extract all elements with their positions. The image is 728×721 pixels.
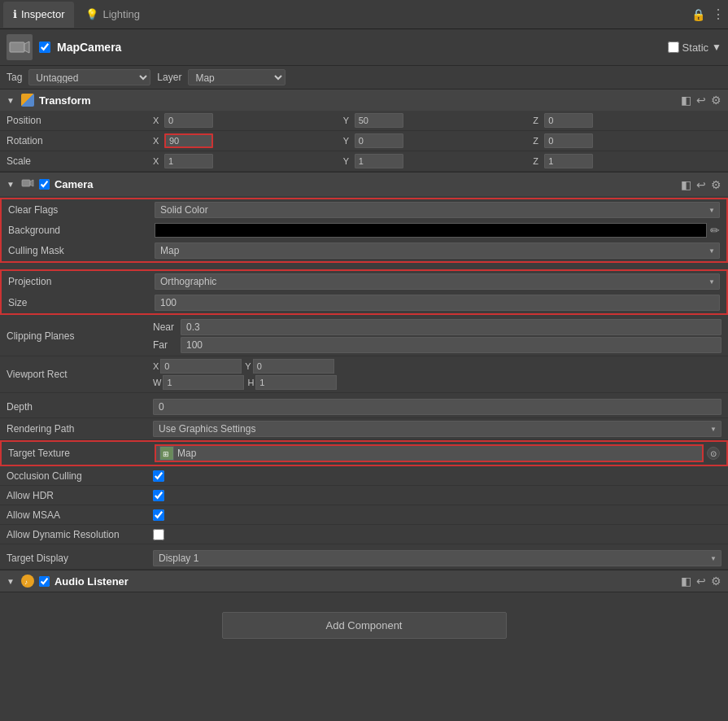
- position-z-item: Z: [533, 113, 721, 128]
- viewport-rect-values: X Y W H: [153, 359, 721, 390]
- camera-header[interactable]: ▼ Camera ◧ ↩ ⚙: [0, 173, 728, 196]
- near-input[interactable]: [181, 319, 721, 335]
- rotation-field: X Y Z: [153, 133, 721, 148]
- position-z-input[interactable]: [544, 113, 593, 128]
- audio-listener-header[interactable]: ▼ ♪ Audio Listener ◧ ↩ ⚙: [0, 570, 728, 592]
- add-component-button[interactable]: Add Component: [222, 612, 507, 639]
- rotation-x-input[interactable]: [164, 133, 213, 148]
- audio-listener-revert-icon[interactable]: ↩: [696, 575, 706, 588]
- rotation-z-input[interactable]: [544, 133, 593, 148]
- depth-row: Depth: [0, 396, 728, 418]
- svg-text:⊞: ⊞: [163, 450, 169, 458]
- camera-active-checkbox[interactable]: [39, 179, 50, 190]
- background-row: Background ✏: [0, 221, 728, 240]
- scale-field: X Y Z: [153, 154, 721, 168]
- camera-title: Camera: [54, 178, 676, 190]
- vp-x-input[interactable]: [160, 359, 242, 374]
- position-y-input[interactable]: [355, 113, 403, 128]
- occlusion-culling-checkbox[interactable]: [153, 470, 164, 482]
- far-input[interactable]: [181, 337, 721, 353]
- vp-w-input[interactable]: [163, 375, 244, 390]
- target-texture-label: Target Texture: [8, 448, 155, 459]
- depth-label: Depth: [7, 401, 153, 413]
- scale-row: Scale X Y Z: [0, 151, 728, 172]
- transform-revert-icon[interactable]: ↩: [696, 94, 706, 107]
- background-color-swatch[interactable]: [155, 223, 707, 238]
- menu-icon[interactable]: ⋮: [712, 7, 725, 22]
- static-checkbox[interactable]: [668, 42, 679, 53]
- scale-z-input[interactable]: [544, 154, 593, 168]
- transform-prefab-icon[interactable]: ◧: [681, 94, 691, 107]
- scale-y-item: Y: [343, 154, 532, 168]
- tab-inspector[interactable]: ℹ Inspector: [3, 2, 74, 28]
- rotation-y-input[interactable]: [355, 133, 403, 148]
- allow-msaa-checkbox[interactable]: [153, 509, 164, 521]
- audio-listener-menu-icon[interactable]: ⚙: [711, 575, 721, 588]
- camera-menu-icon[interactable]: ⚙: [711, 178, 721, 191]
- rendering-path-dropdown-wrapper: Use Graphics Settings: [153, 421, 721, 437]
- position-x-label: X: [153, 116, 163, 125]
- static-dropdown-arrow[interactable]: ▼: [712, 42, 721, 53]
- culling-mask-select[interactable]: Map: [155, 243, 720, 259]
- scale-x-label: X: [153, 156, 163, 166]
- color-picker-icon[interactable]: ✏: [710, 224, 720, 237]
- transform-icon: [21, 94, 34, 107]
- layer-select[interactable]: Map: [188, 69, 286, 85]
- audio-listener-prefab-icon[interactable]: ◧: [681, 575, 691, 588]
- position-field: X Y Z: [153, 113, 721, 128]
- projection-row: Projection Orthographic: [0, 269, 728, 292]
- vp-x-item: X: [153, 359, 242, 374]
- target-texture-input[interactable]: ⊞ Map: [155, 444, 704, 462]
- audio-listener-title: Audio Listener: [54, 575, 676, 588]
- texture-name-text: Map: [177, 448, 196, 459]
- far-label: Far: [153, 339, 177, 351]
- scale-x-input[interactable]: [164, 154, 213, 168]
- clear-flags-row: Clear Flags Solid Color: [0, 198, 728, 221]
- vp-h-input[interactable]: [255, 375, 337, 390]
- lock-icon[interactable]: 🔒: [691, 8, 705, 21]
- tab-lighting[interactable]: 💡 Lighting: [76, 2, 150, 28]
- tag-layer-row: Tag Untagged Layer Map: [0, 66, 728, 90]
- vp-y-input[interactable]: [253, 359, 334, 374]
- scale-z-label: Z: [533, 156, 543, 166]
- transform-header[interactable]: ▼ Transform ◧ ↩ ⚙: [0, 90, 728, 111]
- audio-listener-collapse-arrow: ▼: [7, 577, 15, 586]
- clipping-far-row: Far: [153, 337, 721, 353]
- static-area: Static ▼: [668, 42, 721, 54]
- position-x-input[interactable]: [164, 113, 213, 128]
- tag-select[interactable]: Untagged: [28, 69, 150, 85]
- allow-hdr-checkbox[interactable]: [153, 490, 164, 501]
- svg-marker-3: [30, 180, 33, 186]
- depth-input[interactable]: [153, 399, 721, 415]
- vp-w-label: W: [153, 378, 161, 387]
- transform-menu-icon[interactable]: ⚙: [711, 94, 721, 107]
- projection-select[interactable]: Orthographic: [155, 273, 720, 290]
- allow-dynamic-resolution-label: Allow Dynamic Resolution: [7, 529, 153, 540]
- vp-w-item: W: [153, 375, 244, 390]
- rendering-path-select[interactable]: Use Graphics Settings: [153, 421, 721, 437]
- texture-thumbnail-icon: ⊞: [159, 446, 174, 461]
- transform-tools: ◧ ↩ ⚙: [681, 94, 721, 107]
- occlusion-culling-label: Occlusion Culling: [7, 470, 153, 482]
- target-texture-select-btn[interactable]: ⊙: [707, 447, 720, 460]
- allow-dynamic-resolution-row: Allow Dynamic Resolution: [0, 525, 728, 544]
- background-color-area: ✏: [155, 223, 720, 238]
- main-content: MapCamera Static ▼ Tag Untagged Layer Ma…: [0, 29, 728, 721]
- object-active-checkbox[interactable]: [39, 42, 50, 53]
- audio-listener-component: ▼ ♪ Audio Listener ◧ ↩ ⚙: [0, 570, 728, 592]
- allow-dynamic-resolution-checkbox[interactable]: [153, 529, 164, 540]
- position-y-item: Y: [343, 113, 532, 128]
- object-name: MapCamera: [57, 41, 661, 54]
- tab-bar: ℹ Inspector 💡 Lighting 🔒 ⋮: [0, 0, 728, 29]
- audio-listener-icon: ♪: [21, 575, 34, 588]
- camera-revert-icon[interactable]: ↩: [696, 178, 706, 191]
- clear-flags-select[interactable]: Solid Color: [155, 202, 720, 218]
- camera-prefab-icon[interactable]: ◧: [681, 178, 691, 191]
- tag-label: Tag: [7, 72, 22, 83]
- svg-text:♪: ♪: [24, 579, 28, 586]
- size-input[interactable]: [155, 295, 720, 311]
- rotation-y-label: Y: [343, 136, 353, 146]
- scale-y-input[interactable]: [355, 154, 403, 168]
- target-display-select[interactable]: Display 1: [153, 550, 721, 566]
- audio-listener-active-checkbox[interactable]: [39, 576, 50, 587]
